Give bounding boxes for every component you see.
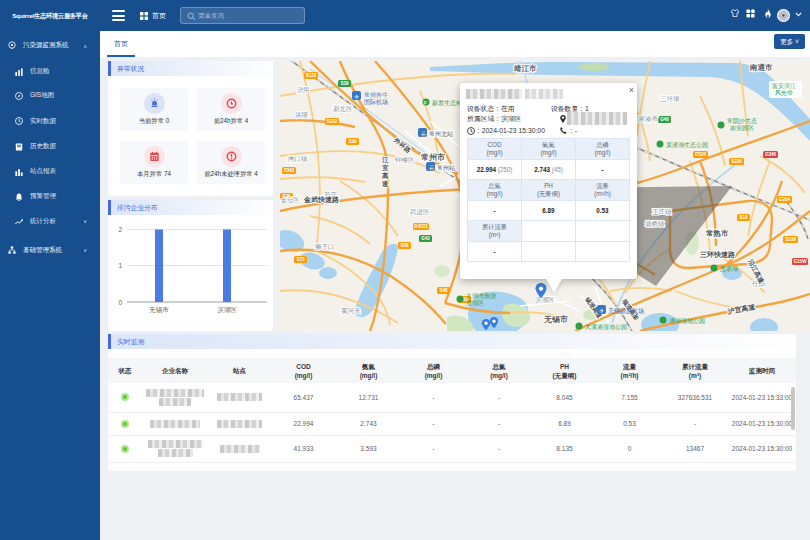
svg-text:🚆: 🚆 bbox=[420, 130, 428, 138]
svg-text:黄潜湖生态公园: 黄潜湖生态公园 bbox=[666, 141, 708, 149]
svg-text:江: 江 bbox=[382, 156, 389, 164]
svg-text:闸口镇: 闸口镇 bbox=[288, 155, 308, 163]
svg-text:塘桥镇: 塘桥镇 bbox=[645, 220, 665, 228]
svg-text:金武快速路: 金武快速路 bbox=[303, 196, 340, 204]
svg-text:常州站: 常州站 bbox=[437, 165, 455, 172]
svg-text:农业园区: 农业园区 bbox=[730, 124, 754, 132]
svg-text:S232: S232 bbox=[327, 119, 338, 124]
svg-text:0: 0 bbox=[118, 299, 122, 306]
svg-text:洪陵: 洪陵 bbox=[295, 111, 309, 119]
svg-text:漕湖湿地公园: 漕湖湿地公园 bbox=[669, 317, 705, 325]
svg-text:风光带: 风光带 bbox=[775, 90, 793, 97]
svg-text:富安滨江: 富安滨江 bbox=[772, 82, 796, 90]
svg-text:1: 1 bbox=[118, 262, 122, 269]
svg-text:新发生态林: 新发生态林 bbox=[432, 99, 463, 106]
svg-text:王庄镇: 王庄镇 bbox=[652, 208, 672, 215]
svg-text:S338: S338 bbox=[785, 237, 796, 242]
svg-text:G15W: G15W bbox=[793, 259, 807, 264]
svg-text:S342: S342 bbox=[284, 168, 295, 173]
svg-text:G524: G524 bbox=[695, 152, 707, 157]
svg-text:S39: S39 bbox=[348, 139, 357, 144]
svg-text:新北区: 新北区 bbox=[333, 105, 353, 113]
svg-text:S122: S122 bbox=[306, 73, 317, 78]
svg-text:常州北站: 常州北站 bbox=[429, 130, 453, 138]
svg-text:大溪港湿地公园: 大溪港湿地公园 bbox=[585, 323, 627, 331]
svg-text:常州市: 常州市 bbox=[421, 152, 445, 162]
svg-text:无锡硕放机场: 无锡硕放机场 bbox=[608, 307, 644, 315]
svg-text:金坛区: 金坛区 bbox=[280, 196, 299, 203]
svg-text:G204: G204 bbox=[779, 197, 791, 202]
svg-text:S48: S48 bbox=[439, 288, 448, 293]
svg-text:三环快速路: 三环快速路 bbox=[700, 251, 736, 259]
svg-text:S19: S19 bbox=[739, 215, 748, 220]
svg-text:无锡市: 无锡市 bbox=[149, 306, 169, 314]
svg-text:✈: ✈ bbox=[599, 308, 604, 314]
svg-text:黄河夹: 黄河夹 bbox=[341, 307, 361, 315]
svg-text:S58: S58 bbox=[400, 243, 409, 248]
svg-text:G42: G42 bbox=[421, 236, 430, 241]
svg-text:浒甲: 浒甲 bbox=[297, 86, 310, 94]
svg-text:🚆: 🚆 bbox=[428, 164, 436, 172]
svg-text:常熟市: 常熟市 bbox=[706, 229, 729, 238]
svg-text:武进区: 武进区 bbox=[409, 208, 430, 216]
svg-text:狮子口: 狮子口 bbox=[315, 243, 335, 251]
svg-text:G346: G346 bbox=[765, 152, 777, 157]
svg-text:2: 2 bbox=[118, 226, 122, 233]
svg-text:靖江市: 靖江市 bbox=[513, 64, 537, 73]
svg-text:常州奔牛: 常州奔牛 bbox=[364, 92, 388, 98]
svg-text:无锡市: 无锡市 bbox=[543, 314, 568, 324]
svg-text:常阴沙生态: 常阴沙生态 bbox=[727, 117, 757, 125]
svg-text:钟楼区: 钟楼区 bbox=[394, 156, 415, 163]
svg-text:宜: 宜 bbox=[382, 164, 389, 171]
svg-text:高: 高 bbox=[382, 172, 389, 180]
svg-text:滨湖区: 滨湖区 bbox=[535, 296, 555, 304]
svg-text:G4221: G4221 bbox=[414, 224, 428, 229]
svg-text:南通市: 南通市 bbox=[749, 63, 773, 72]
svg-text:S75: S75 bbox=[296, 257, 305, 262]
svg-text:国际机场: 国际机场 bbox=[364, 98, 388, 106]
svg-text:速: 速 bbox=[381, 180, 389, 187]
svg-text:S226: S226 bbox=[731, 159, 742, 164]
svg-text:度假区: 度假区 bbox=[466, 299, 484, 307]
svg-text:三圩埭: 三圩埭 bbox=[660, 95, 680, 102]
svg-text:滨湖区: 滨湖区 bbox=[217, 306, 237, 314]
svg-text:昆承湖: 昆承湖 bbox=[720, 266, 738, 273]
svg-text:太湖湾旅游: 太湖湾旅游 bbox=[466, 292, 496, 300]
svg-text:G40: G40 bbox=[660, 117, 669, 122]
svg-text:S39: S39 bbox=[340, 81, 349, 86]
svg-text:✈: ✈ bbox=[354, 94, 359, 100]
